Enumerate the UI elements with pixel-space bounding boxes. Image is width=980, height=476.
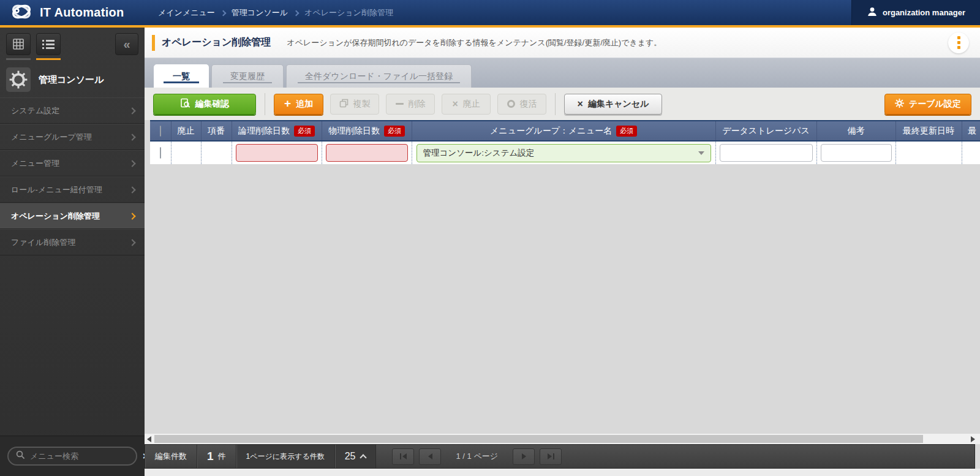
app-logo[interactable]: IT Automation [0, 0, 145, 25]
sidebar-item-file-delete-management[interactable]: ファイル削除管理 [0, 229, 145, 255]
col-physical-delete-days: 物理削除日数必須 [322, 121, 412, 141]
sidebar-view-tabs: « [0, 28, 145, 63]
sidebar-item-menu-management[interactable]: メニュー管理 [0, 150, 145, 176]
sidebar-search-area: × [0, 436, 145, 476]
user-menu[interactable]: organization manager [851, 0, 980, 25]
chevron-right-icon [129, 134, 135, 140]
title-accent-bar [152, 35, 155, 51]
page-size-label-cell: 1ページに表示する件数 [236, 445, 335, 468]
breadcrumb-main-menu[interactable]: メインメニュー [158, 7, 215, 18]
row-menu-group-cell: 管理コンソール:システム設定 [412, 141, 715, 164]
collapse-chevrons-icon: « [123, 37, 130, 51]
sidebar-item-role-menu-link-management[interactable]: ロール-メニュー紐付管理 [0, 176, 145, 203]
select-all-checkbox[interactable] [160, 126, 161, 137]
col-last-updated: 最終更新日時 [895, 121, 962, 141]
sidebar-tab-menu-groups[interactable] [6, 33, 31, 63]
last-page-icon [548, 453, 552, 459]
row-number-cell [201, 141, 232, 164]
row-select-cell [150, 141, 171, 164]
previous-page-button[interactable] [419, 448, 441, 465]
page-size-dropdown[interactable]: 25 [335, 445, 377, 468]
required-badge: 必須 [384, 126, 405, 137]
logical-delete-days-input[interactable] [236, 144, 318, 162]
select-all-header [150, 121, 171, 141]
pagination: 1 / 1 ページ [392, 445, 562, 468]
col-data-storage-path: データストレージパス [715, 121, 816, 141]
row-physical-days-cell [322, 141, 412, 164]
table-settings-button[interactable]: テーブル設定 [884, 94, 971, 115]
page-header: オペレーション削除管理 オペレーションが保存期間切れのデータを削除する情報をメン… [145, 28, 980, 58]
row-last-updated-cell [895, 141, 962, 164]
next-page-button[interactable] [513, 448, 535, 465]
data-storage-path-input[interactable] [720, 144, 813, 162]
table-footer-bar: 編集件数 1 件 1ページに表示する件数 25 [145, 444, 975, 469]
required-badge: 必須 [294, 126, 315, 137]
tab-list[interactable]: 一覧 [154, 64, 209, 88]
menu-search-input[interactable] [30, 451, 138, 461]
scroll-left-arrow-icon[interactable] [147, 436, 151, 442]
chevron-right-icon [129, 186, 135, 193]
user-name: organization manager [883, 8, 965, 17]
copy-icon [339, 99, 349, 110]
breadcrumb: メインメニュー 管理コンソール オペレーション削除管理 [145, 0, 851, 25]
breadcrumb-admin-console[interactable]: 管理コンソール [232, 7, 288, 18]
edit-count-label-cell: 編集件数 [145, 445, 197, 468]
row-storage-path-cell [715, 141, 816, 164]
tab-download-bulk-register[interactable]: 全件ダウンロード・ファイル一括登録 [286, 64, 472, 88]
chevron-right-icon [129, 107, 135, 114]
console-title: 管理コンソール [39, 74, 104, 86]
console-gear-icon [6, 67, 31, 92]
edit-table: 廃止 項番 論理削除日数必須 物理削除日数必須 メニューグループ：メニュー名必須… [150, 120, 980, 164]
note-input[interactable] [821, 144, 892, 162]
sidebar-item-menu-group-management[interactable]: メニューグループ管理 [0, 124, 145, 150]
gear-icon [895, 99, 904, 110]
edit-confirm-button[interactable]: 編集確認 [153, 94, 256, 115]
page-menu-button[interactable] [948, 32, 969, 53]
first-page-button[interactable] [392, 448, 414, 465]
col-menu-group-menu-name: メニューグループ：メニュー名必須 [412, 121, 715, 141]
sidebar-collapse-button[interactable]: « [115, 33, 138, 55]
delete-button: 削除 [386, 94, 435, 115]
row-checkbox[interactable] [160, 147, 161, 159]
breadcrumb-separator-icon [293, 10, 300, 16]
scrollbar-thumb[interactable] [154, 435, 923, 443]
chevron-right-icon [129, 213, 135, 219]
col-item-number: 項番 [201, 121, 232, 141]
content-tabbar: 一覧 変更履歴 全件ダウンロード・ファイル一括登録 [145, 58, 980, 88]
col-note: 備考 [816, 121, 895, 141]
edit-count-value-cell: 1 件 [197, 445, 236, 468]
caret-up-icon [360, 454, 367, 461]
edit-toolbar: 編集確認 + 追加 複製 [145, 88, 980, 120]
list-icon [36, 33, 61, 55]
edit-row: 管理コンソール:システム設定 [150, 141, 980, 164]
chevron-right-icon [129, 160, 135, 167]
logo-swirl-icon [9, 2, 34, 23]
sidebar-tab-menu-list[interactable] [36, 33, 61, 63]
add-button[interactable]: + 追加 [274, 94, 323, 115]
sidebar-item-operation-delete-management[interactable]: オペレーション削除管理 [0, 203, 145, 229]
tab-change-history[interactable]: 変更履歴 [211, 64, 284, 88]
menu-group-select[interactable]: 管理コンソール:システム設定 [417, 144, 711, 162]
sidebar: « [0, 28, 145, 476]
menu-search-box: × [7, 447, 137, 466]
restore-button: 復活 [497, 94, 546, 115]
scroll-right-arrow-icon[interactable] [971, 436, 975, 442]
x-icon: × [452, 99, 458, 109]
row-cutoff-cell [962, 141, 980, 164]
row-note-cell [816, 141, 895, 164]
physical-delete-days-input[interactable] [326, 144, 408, 162]
horizontal-scrollbar[interactable] [145, 434, 980, 444]
main-content: オペレーション削除管理 オペレーションが保存期間切れのデータを削除する情報をメン… [145, 28, 980, 476]
sidebar-item-system-settings[interactable]: システム設定 [0, 97, 145, 124]
page-size-value: 25 [345, 451, 356, 462]
last-page-button[interactable] [540, 448, 562, 465]
it-automation-app: IT Automation メインメニュー 管理コンソール オペレーション削除管… [0, 0, 980, 476]
bottom-strip [145, 469, 980, 476]
row-logical-days-cell [232, 141, 322, 164]
minus-icon [396, 103, 404, 105]
top-header: IT Automation メインメニュー 管理コンソール オペレーション削除管… [0, 0, 980, 28]
plus-icon: + [284, 97, 291, 109]
duplicate-button: 複製 [330, 94, 379, 115]
pagination-text: 1 / 1 ページ [456, 451, 498, 462]
edit-cancel-button[interactable]: × 編集キャンセル [564, 94, 662, 115]
